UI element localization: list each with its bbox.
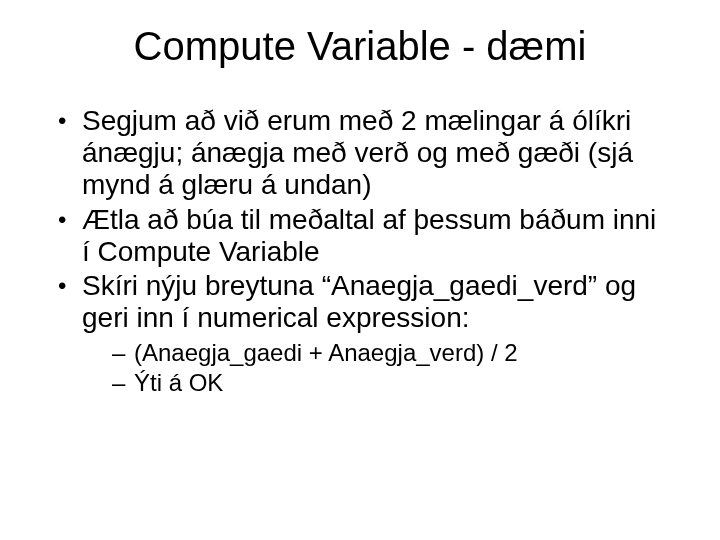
bullet-text: Ætla að búa til meðaltal af þessum báðum… <box>82 204 656 267</box>
bullet-item: Skíri nýju breytuna “Anaegja_gaedi_verd”… <box>56 270 670 398</box>
sub-bullet-item: (Anaegja_gaedi + Anaegja_verd) / 2 <box>112 338 670 368</box>
bullet-text: Skíri nýju breytuna “Anaegja_gaedi_verd”… <box>82 270 636 333</box>
sub-bullet-text: (Anaegja_gaedi + Anaegja_verd) / 2 <box>134 339 518 366</box>
bullet-list: Segjum að við erum með 2 mælingar á ólík… <box>50 105 670 398</box>
slide: Compute Variable - dæmi Segjum að við er… <box>0 0 720 540</box>
sub-bullet-list: (Anaegja_gaedi + Anaegja_verd) / 2 Ýti á… <box>82 338 670 398</box>
bullet-text: Segjum að við erum með 2 mælingar á ólík… <box>82 105 633 200</box>
slide-title: Compute Variable - dæmi <box>50 24 670 69</box>
sub-bullet-text: Ýti á OK <box>134 369 223 396</box>
bullet-item: Ætla að búa til meðaltal af þessum báðum… <box>56 204 670 268</box>
bullet-item: Segjum að við erum með 2 mælingar á ólík… <box>56 105 670 202</box>
sub-bullet-item: Ýti á OK <box>112 368 670 398</box>
